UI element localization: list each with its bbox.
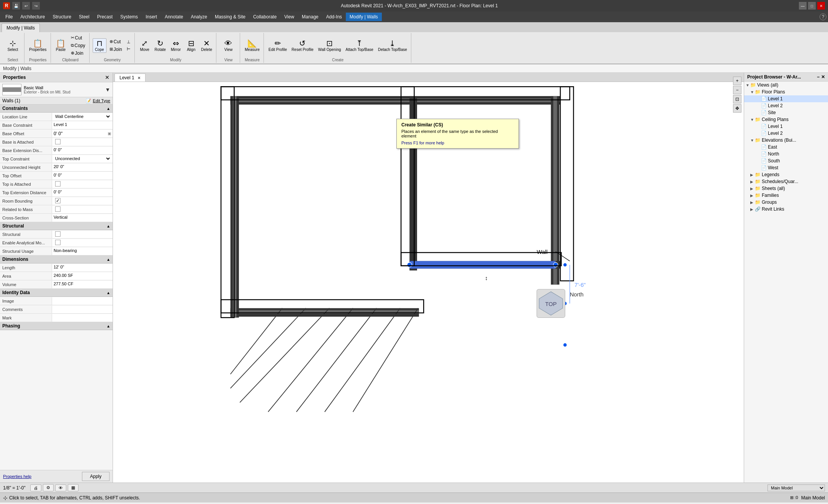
- tree-item-level2-floor[interactable]: 📄 Level 2: [744, 102, 828, 109]
- location-line-value[interactable]: Wall Centerline: [52, 113, 113, 121]
- join-btn[interactable]: ⊕ Join: [69, 50, 87, 57]
- properties-help-link[interactable]: Properties help: [3, 474, 31, 479]
- menu-collaborate[interactable]: Collaborate: [249, 13, 280, 21]
- selection-handle-right[interactable]: [553, 262, 558, 267]
- split-btn[interactable]: ⊥: [125, 39, 132, 45]
- tree-item-families[interactable]: ▶ 📁 Families: [744, 192, 828, 199]
- top-attached-checkbox[interactable]: [55, 181, 61, 187]
- close-btn[interactable]: ✕: [817, 2, 825, 10]
- menu-structure[interactable]: Structure: [49, 13, 75, 21]
- analytical-checkbox[interactable]: [55, 240, 61, 245]
- quick-access-btn[interactable]: 💾: [12, 2, 20, 10]
- tree-item-legends[interactable]: ▶ 📁 Legends: [744, 171, 828, 178]
- top-constraint-select[interactable]: Unconnected: [54, 156, 111, 161]
- project-browser-collapse-btn[interactable]: −: [817, 74, 820, 80]
- image-value[interactable]: [52, 297, 113, 305]
- cross-section-value[interactable]: Vertical: [52, 214, 113, 222]
- volume-value[interactable]: 277.50 CF: [52, 281, 113, 288]
- menu-addins[interactable]: Add-Ins: [322, 13, 345, 21]
- redo-btn[interactable]: ↪: [32, 2, 40, 10]
- zoom-out-btn[interactable]: −: [733, 86, 741, 94]
- cut-btn[interactable]: ✂ Cut: [69, 34, 87, 41]
- view-ribbon-btn[interactable]: 👁 View: [221, 39, 235, 52]
- maximize-btn[interactable]: □: [808, 2, 816, 10]
- selected-wall[interactable]: [409, 261, 555, 269]
- edit-profile-btn[interactable]: ✏ Edit Profile: [267, 39, 288, 52]
- structural-checkbox[interactable]: [55, 231, 61, 237]
- top-constraint-value[interactable]: Unconnected: [52, 155, 113, 163]
- properties-ribbon-btn[interactable]: 📋 Properties: [28, 39, 48, 52]
- menu-precast[interactable]: Precast: [93, 13, 116, 21]
- print-btn[interactable]: 🖨: [30, 484, 41, 491]
- edit-type-btn[interactable]: Edit Type: [93, 98, 110, 103]
- align-btn[interactable]: ⊟ Align: [184, 39, 198, 52]
- settings-btn[interactable]: ⚙: [43, 484, 54, 491]
- tree-item-west[interactable]: 📄 West: [744, 164, 828, 171]
- menu-architecture[interactable]: Architecture: [16, 13, 49, 21]
- tree-item-elevations[interactable]: ▼ 📁 Elevations (Bui...: [744, 137, 828, 144]
- menu-analyze[interactable]: Analyze: [187, 13, 211, 21]
- zoom-in-btn[interactable]: +: [733, 77, 741, 85]
- apply-btn[interactable]: Apply: [82, 472, 110, 481]
- view-toggle-btn[interactable]: 👁: [55, 484, 66, 491]
- minimize-btn[interactable]: —: [799, 2, 807, 10]
- menu-massing[interactable]: Massing & Site: [211, 13, 249, 21]
- cope-btn[interactable]: ⊓ Cope: [93, 38, 106, 53]
- structural-usage-value[interactable]: Non-bearing: [52, 247, 113, 255]
- structural-header[interactable]: Structural ▲: [0, 222, 113, 230]
- resize-handle-3[interactable]: [563, 343, 567, 347]
- identity-data-header[interactable]: Identity Data ▲: [0, 289, 113, 297]
- delete-btn[interactable]: ✕ Delete: [200, 39, 214, 52]
- base-constraint-value[interactable]: Level 1: [52, 121, 113, 129]
- tree-item-south[interactable]: 📄 South: [744, 157, 828, 164]
- select-btn[interactable]: ⊹ Select: [6, 39, 20, 52]
- model-select[interactable]: Main Model: [767, 484, 825, 491]
- tree-item-groups[interactable]: ▶ 📁 Groups: [744, 199, 828, 206]
- menu-systems[interactable]: Systems: [116, 13, 142, 21]
- comments-value[interactable]: [52, 306, 113, 313]
- worksets-btn[interactable]: ⊞ :0: [790, 495, 798, 500]
- top-offset-value[interactable]: 0' 0": [52, 172, 113, 180]
- dimensions-header[interactable]: Dimensions ▲: [0, 255, 113, 263]
- help-icon[interactable]: ?: [820, 13, 826, 20]
- tree-item-views-all[interactable]: ▼ 📁 Views (all): [744, 82, 828, 88]
- tree-item-schedules[interactable]: ▶ 📁 Schedules/Quar...: [744, 178, 828, 185]
- menu-file[interactable]: File: [2, 13, 16, 21]
- menu-insert[interactable]: Insert: [142, 13, 161, 21]
- location-line-select[interactable]: Wall Centerline: [54, 114, 111, 119]
- reset-profile-btn[interactable]: ↺ Reset Profile: [290, 39, 315, 52]
- tree-item-sheets[interactable]: ▶ 📁 Sheets (all): [744, 185, 828, 192]
- zoom-fit-btn[interactable]: ⊡: [733, 95, 741, 103]
- rotate-btn[interactable]: ↻ Rotate: [153, 39, 167, 52]
- tree-item-north[interactable]: 📄 North: [744, 151, 828, 157]
- wall-type-dropdown-arrow[interactable]: ▼: [105, 87, 110, 93]
- canvas-tab-close-icon[interactable]: ✕: [137, 76, 141, 80]
- selection-handle-left[interactable]: [407, 262, 412, 267]
- menu-manage[interactable]: Manage: [298, 13, 322, 21]
- base-attached-checkbox[interactable]: [55, 139, 61, 144]
- copy-btn[interactable]: ⧉ Copy: [69, 42, 87, 49]
- base-offset-value[interactable]: 0' 0" ▣: [52, 130, 113, 137]
- tree-item-ceiling-level2[interactable]: 📄 Level 2: [744, 130, 828, 137]
- menu-steel[interactable]: Steel: [75, 13, 93, 21]
- tree-item-site[interactable]: 📄 Site: [744, 109, 828, 116]
- detail-level-btn[interactable]: ▦: [68, 484, 79, 491]
- attach-top-base-btn[interactable]: ⤒ Attach Top/Base: [344, 39, 375, 52]
- resize-handle-1[interactable]: [563, 263, 567, 267]
- canvas-tab-level1[interactable]: Level 1 ✕: [115, 74, 146, 82]
- tree-item-revit-links[interactable]: ▶ 🔗 Revit Links: [744, 206, 828, 213]
- length-value[interactable]: 12' 0": [52, 264, 113, 272]
- mark-value[interactable]: [52, 314, 113, 322]
- undo-btn[interactable]: ↩: [22, 2, 30, 10]
- tree-item-east[interactable]: 📄 East: [744, 144, 828, 151]
- project-browser-close-btn[interactable]: ✕: [821, 74, 825, 80]
- wall-type-selector[interactable]: Basic Wall Exterior - Brick on Mtl. Stud…: [0, 82, 113, 97]
- constraints-header[interactable]: Constraints ▲: [0, 105, 113, 113]
- trim-btn[interactable]: ⊢: [125, 46, 132, 52]
- detach-top-base-btn[interactable]: ⤓ Detach Top/Base: [376, 39, 409, 52]
- cut-geometry-btn[interactable]: ⊗ Cut: [108, 38, 124, 45]
- move-btn[interactable]: ⤢ Move: [138, 39, 152, 52]
- join-geometry-btn[interactable]: ⊞ Join: [108, 46, 124, 53]
- area-value[interactable]: 240.00 SF: [52, 272, 113, 280]
- unconnected-height-value[interactable]: 20' 0": [52, 164, 113, 171]
